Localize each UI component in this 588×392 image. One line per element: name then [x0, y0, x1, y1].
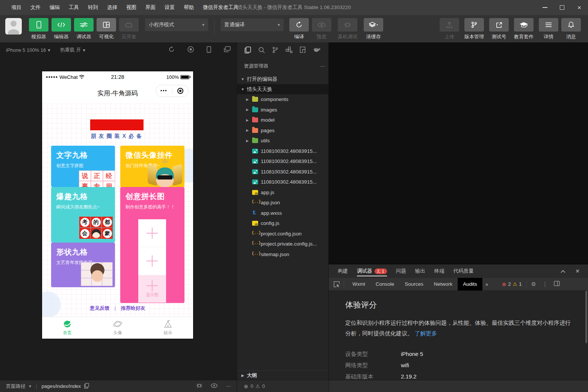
debugger-button[interactable]: 调试器: [73, 18, 95, 40]
tree-item[interactable]: ▶ app.wxss: [237, 208, 328, 219]
capsule-close-button[interactable]: [172, 88, 189, 94]
menu-item[interactable]: 帮助: [179, 0, 198, 15]
clear-cache-button[interactable]: 清缓存: [363, 18, 384, 40]
tree-item[interactable]: ▶ project.config.json: [237, 229, 328, 239]
test-account-button[interactable]: 测试号: [488, 18, 510, 40]
device-select[interactable]: iPhone 5 100% 16 ▾: [6, 47, 50, 53]
multi-window-icon[interactable]: [224, 46, 231, 54]
simulator-button[interactable]: 模拟器: [28, 18, 50, 40]
devtools-tab[interactable]: Wxml: [347, 278, 370, 291]
tree-item[interactable]: ▶ app.js: [237, 187, 328, 198]
tree-item[interactable]: ▶ 1108100302.48083915...: [237, 177, 328, 187]
docker-whale-icon[interactable]: [313, 47, 321, 54]
close-panel-icon[interactable]: ✕: [575, 268, 580, 274]
inspect-element-icon[interactable]: [333, 280, 344, 288]
tile-avatar-pendant[interactable]: 微信头像挂件 热门挂件免费用~: [120, 146, 184, 187]
tree-item[interactable]: ▶ 1108100302.48083915...: [237, 156, 328, 167]
promo-banner[interactable]: [90, 119, 144, 130]
dots-vertical-icon[interactable]: ⋮: [542, 281, 548, 288]
message-button[interactable]: 消息: [560, 18, 582, 40]
hot-reload-select[interactable]: 热重载 开 ▾: [60, 47, 85, 53]
visualizer-button[interactable]: 可视化: [95, 18, 117, 40]
tree-item[interactable]: ▶ sitemap.json: [237, 249, 328, 260]
menu-item[interactable]: 选择: [103, 0, 122, 15]
eye-icon: [312, 18, 331, 32]
page-path-dropdown[interactable]: 页面路径 ▾: [6, 383, 31, 390]
menu-item[interactable]: 设置: [160, 0, 179, 15]
compile-mode-select[interactable]: 普通编译 ▾: [221, 18, 284, 31]
more-icon[interactable]: ⋯: [226, 383, 231, 389]
restart-icon[interactable]: [168, 46, 175, 54]
tree-item[interactable]: ▶ utils: [237, 136, 328, 146]
menu-item[interactable]: 微信开发者工具: [198, 0, 243, 15]
scrollbar-thumb[interactable]: [585, 291, 587, 343]
gear-icon[interactable]: ⚙: [531, 281, 536, 288]
minimize-button[interactable]: [536, 0, 553, 15]
devtools-tab[interactable]: Console: [370, 278, 400, 291]
device-frame-icon[interactable]: [207, 46, 211, 54]
menu-item[interactable]: 视图: [122, 0, 141, 15]
more-tabs-icon[interactable]: »: [485, 281, 488, 287]
devtools-tab[interactable]: Audits: [458, 278, 482, 291]
debug-tab[interactable]: 代码质量: [450, 264, 478, 278]
tree-item[interactable]: ▶ model: [237, 115, 328, 125]
feedback-link[interactable]: 意见反馈: [90, 305, 109, 311]
menu-item[interactable]: 项目: [7, 0, 26, 15]
tab-home[interactable]: 首页: [42, 317, 92, 339]
tree-item[interactable]: ▶ project.private.config.js...: [237, 239, 328, 249]
search-icon[interactable]: [258, 47, 265, 54]
more-icon[interactable]: ⋯: [320, 63, 325, 69]
debug-tab[interactable]: 终端: [431, 264, 448, 278]
eye-icon[interactable]: [211, 383, 218, 389]
bug-icon[interactable]: [196, 383, 203, 389]
tree-item[interactable]: ▶ pages: [237, 125, 328, 136]
compile-button[interactable]: 编译: [288, 18, 310, 40]
tile-long-image[interactable]: 创意拼长图 制作创意多图的高手！！ 显示图: [120, 187, 184, 303]
education-suite-button[interactable]: 教育套件: [511, 18, 537, 40]
collapse-panel-icon[interactable]: [561, 268, 565, 274]
tile-shape-nine-grid[interactable]: 形状九格 文艺青年发图专属: [51, 243, 115, 287]
stop-icon[interactable]: [187, 46, 194, 54]
outline-section[interactable]: ▶ 大纲: [237, 370, 328, 380]
opened-editors-section[interactable]: ▼ 打开的编辑器: [237, 74, 328, 84]
snippets-icon[interactable]: [299, 47, 306, 54]
menu-item[interactable]: 文件: [26, 0, 45, 15]
git-branch-icon[interactable]: [272, 47, 278, 54]
detail-button[interactable]: 详情: [538, 18, 559, 40]
menu-item[interactable]: 编辑: [45, 0, 64, 15]
copy-icon[interactable]: [84, 383, 89, 390]
menu-item[interactable]: 界面: [141, 0, 160, 15]
tree-item[interactable]: ▶ 1108100302.48083915...: [237, 167, 328, 177]
tab-avatar[interactable]: 头像: [92, 317, 143, 339]
tab-fun[interactable]: 娱乐: [143, 317, 193, 339]
files-icon[interactable]: [245, 47, 251, 54]
devtools-tab[interactable]: Network: [429, 278, 458, 291]
avatar[interactable]: [5, 18, 22, 35]
menu-item[interactable]: 工具: [64, 0, 83, 15]
close-button[interactable]: ✕: [571, 0, 588, 15]
project-root-section[interactable]: ▼ 情头天天换: [237, 84, 328, 94]
debug-tab[interactable]: 问题: [392, 264, 410, 278]
maximize-button[interactable]: [553, 0, 571, 15]
debug-tab[interactable]: 输出: [411, 264, 429, 278]
mode-select[interactable]: 小程序模式 ▾: [145, 18, 208, 31]
tile-fun-nine-grid[interactable]: 爆趣九格 瞬间成为朋友圈焦点~ 考 的: [51, 187, 115, 243]
more-menu-button[interactable]: •••: [156, 88, 172, 93]
editor-button[interactable]: 编辑器: [50, 18, 72, 40]
tree-item[interactable]: ▶ images: [237, 105, 328, 115]
version-manage-button[interactable]: 版本管理: [461, 18, 487, 40]
menu-item[interactable]: 转到: [83, 0, 103, 15]
devtools-tab[interactable]: Sources: [399, 278, 429, 291]
tile-text-nine-grid[interactable]: 文字九格 创意文字拼图 说正经事专用: [51, 146, 115, 187]
console-counts[interactable]: ⊗ 2 ⚠ 1: [502, 281, 527, 287]
tree-item[interactable]: ▶ components: [237, 94, 328, 105]
dock-side-icon[interactable]: [554, 281, 560, 287]
debug-tab[interactable]: 构建: [334, 264, 352, 278]
tree-item[interactable]: ▶ app.json: [237, 198, 328, 208]
debug-tab[interactable]: 调试器2, 1: [353, 264, 391, 278]
extensions-icon[interactable]: [286, 47, 292, 54]
learn-more-link[interactable]: 了解更多: [414, 330, 437, 336]
tree-item[interactable]: ▶ config.js: [237, 218, 328, 229]
tree-item[interactable]: ▶ 1108100302.48083915...: [237, 146, 328, 157]
recommend-link[interactable]: 推荐给好友: [121, 305, 145, 311]
